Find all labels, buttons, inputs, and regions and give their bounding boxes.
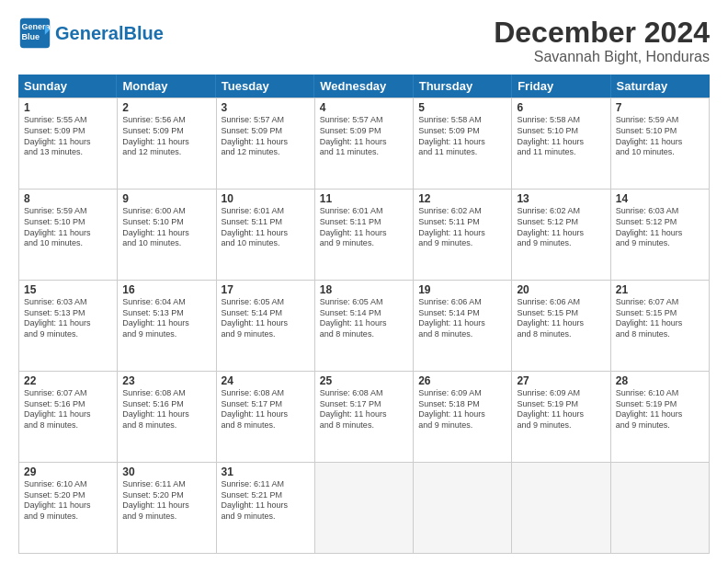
day-info: Sunrise: 5:58 AM Sunset: 5:10 PM Dayligh… (517, 115, 605, 158)
day-info: Sunrise: 5:59 AM Sunset: 5:10 PM Dayligh… (24, 206, 112, 249)
day-info: Sunrise: 6:08 AM Sunset: 5:17 PM Dayligh… (222, 388, 310, 431)
calendar-cell (315, 463, 414, 553)
calendar-cell: 20Sunrise: 6:06 AM Sunset: 5:15 PM Dayli… (512, 281, 610, 371)
calendar-cell: 15Sunrise: 6:03 AM Sunset: 5:13 PM Dayli… (19, 281, 118, 371)
calendar-cell: 31Sunrise: 6:11 AM Sunset: 5:21 PM Dayli… (217, 463, 315, 553)
calendar-cell: 13Sunrise: 6:02 AM Sunset: 5:12 PM Dayli… (512, 190, 610, 280)
day-number: 25 (320, 374, 408, 387)
day-number: 3 (222, 101, 310, 114)
day-info: Sunrise: 6:03 AM Sunset: 5:12 PM Dayligh… (616, 206, 704, 249)
day-number: 29 (24, 465, 112, 478)
calendar-cell: 5Sunrise: 5:58 AM Sunset: 5:09 PM Daylig… (414, 98, 512, 189)
day-info: Sunrise: 6:00 AM Sunset: 5:10 PM Dayligh… (122, 206, 210, 249)
day-number: 10 (222, 192, 310, 205)
calendar-row: 8Sunrise: 5:59 AM Sunset: 5:10 PM Daylig… (19, 190, 710, 281)
calendar-header-cell: Tuesday (216, 75, 314, 98)
calendar-cell: 12Sunrise: 6:02 AM Sunset: 5:11 PM Dayli… (414, 190, 512, 280)
calendar: SundayMondayTuesdayWednesdayThursdayFrid… (18, 75, 710, 554)
day-info: Sunrise: 6:05 AM Sunset: 5:14 PM Dayligh… (222, 297, 310, 340)
calendar-cell: 21Sunrise: 6:07 AM Sunset: 5:15 PM Dayli… (611, 281, 710, 371)
calendar-cell: 16Sunrise: 6:04 AM Sunset: 5:13 PM Dayli… (118, 281, 216, 371)
calendar-cell: 14Sunrise: 6:03 AM Sunset: 5:12 PM Dayli… (611, 190, 710, 280)
day-number: 18 (320, 283, 408, 296)
day-number: 8 (24, 192, 112, 205)
day-info: Sunrise: 6:06 AM Sunset: 5:15 PM Dayligh… (517, 297, 605, 340)
day-info: Sunrise: 6:07 AM Sunset: 5:15 PM Dayligh… (616, 297, 704, 340)
day-number: 23 (122, 374, 210, 387)
calendar-cell: 28Sunrise: 6:10 AM Sunset: 5:19 PM Dayli… (611, 372, 710, 462)
logo-blue: Blue (123, 23, 163, 43)
calendar-row: 29Sunrise: 6:10 AM Sunset: 5:20 PM Dayli… (19, 463, 710, 554)
day-info: Sunrise: 6:10 AM Sunset: 5:19 PM Dayligh… (616, 388, 704, 431)
calendar-cell: 1Sunrise: 5:55 AM Sunset: 5:09 PM Daylig… (19, 98, 118, 189)
calendar-cell: 9Sunrise: 6:00 AM Sunset: 5:10 PM Daylig… (118, 190, 216, 280)
logo: General Blue GeneralBlue (18, 17, 164, 50)
calendar-cell (414, 463, 512, 553)
calendar-row: 22Sunrise: 6:07 AM Sunset: 5:16 PM Dayli… (19, 372, 710, 463)
day-number: 26 (418, 374, 506, 387)
location-title: Savannah Bight, Honduras (494, 49, 710, 65)
day-number: 20 (517, 283, 605, 296)
day-number: 5 (418, 101, 506, 114)
calendar-cell: 25Sunrise: 6:08 AM Sunset: 5:17 PM Dayli… (315, 372, 414, 462)
month-title: December 2024 (494, 17, 710, 49)
calendar-cell: 26Sunrise: 6:09 AM Sunset: 5:18 PM Dayli… (414, 372, 512, 462)
calendar-cell: 7Sunrise: 5:59 AM Sunset: 5:10 PM Daylig… (611, 98, 710, 189)
calendar-cell: 19Sunrise: 6:06 AM Sunset: 5:14 PM Dayli… (414, 281, 512, 371)
day-number: 4 (320, 101, 408, 114)
day-number: 7 (616, 101, 704, 114)
day-number: 30 (122, 465, 210, 478)
day-number: 9 (122, 192, 210, 205)
calendar-header: SundayMondayTuesdayWednesdayThursdayFrid… (18, 75, 710, 98)
svg-text:Blue: Blue (22, 32, 40, 41)
day-info: Sunrise: 6:09 AM Sunset: 5:19 PM Dayligh… (517, 388, 605, 431)
day-info: Sunrise: 6:02 AM Sunset: 5:12 PM Dayligh… (517, 206, 605, 249)
day-info: Sunrise: 6:09 AM Sunset: 5:18 PM Dayligh… (418, 388, 506, 431)
day-info: Sunrise: 6:08 AM Sunset: 5:16 PM Dayligh… (122, 388, 210, 431)
day-number: 2 (122, 101, 210, 114)
calendar-cell: 8Sunrise: 5:59 AM Sunset: 5:10 PM Daylig… (19, 190, 118, 280)
page: General Blue GeneralBlue December 2024 S… (0, 0, 728, 563)
calendar-cell: 18Sunrise: 6:05 AM Sunset: 5:14 PM Dayli… (315, 281, 414, 371)
calendar-cell: 22Sunrise: 6:07 AM Sunset: 5:16 PM Dayli… (19, 372, 118, 462)
day-info: Sunrise: 6:05 AM Sunset: 5:14 PM Dayligh… (320, 297, 408, 340)
day-info: Sunrise: 5:57 AM Sunset: 5:09 PM Dayligh… (320, 115, 408, 158)
day-info: Sunrise: 5:55 AM Sunset: 5:09 PM Dayligh… (24, 115, 112, 158)
calendar-header-cell: Sunday (18, 75, 117, 98)
calendar-cell: 10Sunrise: 6:01 AM Sunset: 5:11 PM Dayli… (217, 190, 315, 280)
day-number: 22 (24, 374, 112, 387)
calendar-cell: 4Sunrise: 5:57 AM Sunset: 5:09 PM Daylig… (315, 98, 414, 189)
calendar-header-cell: Friday (512, 75, 610, 98)
logo-text: GeneralBlue (55, 24, 164, 42)
day-info: Sunrise: 5:56 AM Sunset: 5:09 PM Dayligh… (122, 115, 210, 158)
day-info: Sunrise: 6:03 AM Sunset: 5:13 PM Dayligh… (24, 297, 112, 340)
calendar-header-cell: Monday (117, 75, 215, 98)
calendar-header-cell: Saturday (611, 75, 710, 98)
day-number: 24 (222, 374, 310, 387)
calendar-cell: 17Sunrise: 6:05 AM Sunset: 5:14 PM Dayli… (217, 281, 315, 371)
day-info: Sunrise: 6:08 AM Sunset: 5:17 PM Dayligh… (320, 388, 408, 431)
day-number: 6 (517, 101, 605, 114)
calendar-cell (512, 463, 610, 553)
calendar-cell: 6Sunrise: 5:58 AM Sunset: 5:10 PM Daylig… (512, 98, 610, 189)
calendar-cell: 3Sunrise: 5:57 AM Sunset: 5:09 PM Daylig… (217, 98, 315, 189)
day-number: 19 (418, 283, 506, 296)
day-number: 16 (122, 283, 210, 296)
day-info: Sunrise: 6:01 AM Sunset: 5:11 PM Dayligh… (222, 206, 310, 249)
calendar-header-cell: Thursday (414, 75, 512, 98)
day-number: 15 (24, 283, 112, 296)
day-number: 31 (222, 465, 310, 478)
day-info: Sunrise: 5:57 AM Sunset: 5:09 PM Dayligh… (222, 115, 310, 158)
day-info: Sunrise: 5:59 AM Sunset: 5:10 PM Dayligh… (616, 115, 704, 158)
day-number: 13 (517, 192, 605, 205)
day-number: 27 (517, 374, 605, 387)
calendar-cell (611, 463, 710, 553)
calendar-cell: 30Sunrise: 6:11 AM Sunset: 5:20 PM Dayli… (118, 463, 216, 553)
calendar-cell: 29Sunrise: 6:10 AM Sunset: 5:20 PM Dayli… (19, 463, 118, 553)
day-number: 14 (616, 192, 704, 205)
day-info: Sunrise: 6:02 AM Sunset: 5:11 PM Dayligh… (418, 206, 506, 249)
day-number: 28 (616, 374, 704, 387)
calendar-row: 15Sunrise: 6:03 AM Sunset: 5:13 PM Dayli… (19, 281, 710, 372)
day-number: 17 (222, 283, 310, 296)
calendar-cell: 27Sunrise: 6:09 AM Sunset: 5:19 PM Dayli… (512, 372, 610, 462)
